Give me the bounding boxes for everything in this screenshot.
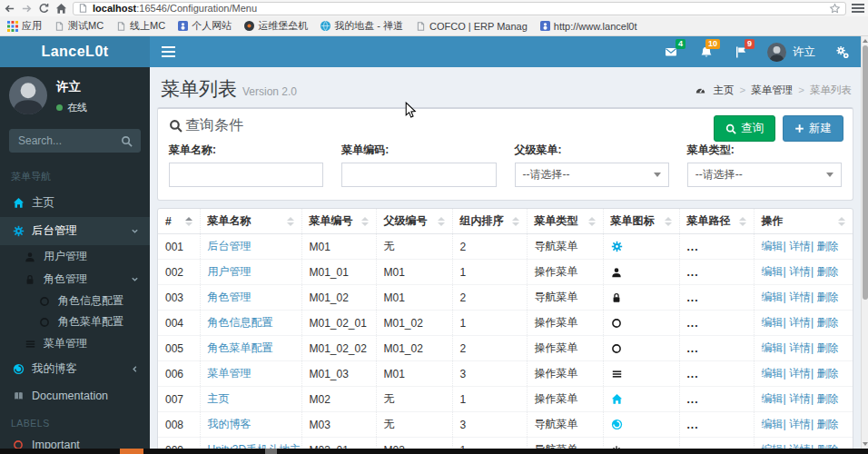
sidebar-item-my-blog[interactable]: 我的博客 bbox=[0, 355, 150, 383]
cell-menu-name: 菜单管理 bbox=[200, 361, 301, 387]
column-header[interactable]: 菜单编号 bbox=[301, 209, 376, 234]
sidebar-item-home[interactable]: 主页 bbox=[0, 189, 150, 217]
page-scrollbar[interactable] bbox=[861, 36, 868, 449]
detail-link[interactable]: 详情 bbox=[789, 367, 811, 380]
breadcrumb-home[interactable]: 主页 bbox=[714, 84, 735, 97]
menu-name-input[interactable] bbox=[169, 163, 323, 187]
messages-menu[interactable]: 4 bbox=[653, 36, 689, 67]
sort-icon[interactable] bbox=[838, 217, 845, 226]
menu-name-link[interactable]: 主页 bbox=[208, 392, 230, 405]
bookmark-zentao[interactable]: 我的地盘 - 禅道 bbox=[321, 19, 403, 33]
delete-link[interactable]: 删除 bbox=[816, 291, 838, 303]
menu-name-link[interactable]: 角色菜单配置 bbox=[208, 341, 273, 354]
edit-link[interactable]: 编辑 bbox=[762, 316, 784, 329]
menu-code-input[interactable] bbox=[341, 163, 496, 187]
sidebar-item-admin[interactable]: 后台管理 bbox=[0, 217, 150, 245]
bookmark-test-mc[interactable]: 测试MC bbox=[54, 19, 104, 33]
delete-link[interactable]: 删除 bbox=[816, 367, 838, 380]
menu-name-link[interactable]: 角色管理 bbox=[208, 291, 252, 303]
column-header[interactable]: 菜单类型 bbox=[527, 209, 603, 234]
detail-link[interactable]: 详情 bbox=[789, 392, 811, 405]
address-bar[interactable]: localhost:16546/Configuration/Menu bbox=[73, 2, 846, 15]
sidebar-item-documentation[interactable]: Documentation bbox=[0, 383, 150, 409]
detail-link[interactable]: 详情 bbox=[789, 316, 811, 329]
delete-link[interactable]: 删除 bbox=[816, 265, 838, 278]
delete-link[interactable]: 删除 bbox=[816, 341, 838, 354]
bookmark-cofco-erp[interactable]: COFCO | ERP Manag bbox=[416, 21, 528, 32]
column-header[interactable]: # bbox=[158, 209, 200, 234]
sort-icon[interactable] bbox=[287, 217, 294, 226]
detail-link[interactable]: 详情 bbox=[789, 291, 811, 303]
settings-menu[interactable] bbox=[824, 36, 861, 67]
forward-icon[interactable] bbox=[21, 3, 33, 15]
sidebar-toggle-icon[interactable] bbox=[150, 36, 186, 67]
chrome-menu-icon[interactable] bbox=[852, 3, 864, 14]
sidebar-item-label: 后台管理 bbox=[32, 223, 77, 239]
edit-link[interactable]: 编辑 bbox=[762, 341, 784, 354]
bookmark-personal-site[interactable]: 个人网站 bbox=[178, 19, 232, 33]
edit-link[interactable]: 编辑 bbox=[762, 240, 784, 252]
menu-type-select[interactable]: --请选择-- bbox=[687, 163, 842, 187]
detail-link[interactable]: 详情 bbox=[789, 265, 811, 278]
delete-link[interactable]: 删除 bbox=[816, 418, 838, 430]
edit-link[interactable]: 编辑 bbox=[762, 265, 784, 278]
create-button[interactable]: 新建 bbox=[783, 115, 843, 142]
edit-link[interactable]: 编辑 bbox=[762, 392, 784, 405]
search-button[interactable]: 查询 bbox=[714, 115, 775, 142]
notifications-menu[interactable]: 10 bbox=[689, 36, 724, 67]
sidebar-item-role-info-config[interactable]: 角色信息配置 bbox=[0, 291, 150, 311]
menu-name-link[interactable]: 用户管理 bbox=[208, 265, 252, 278]
edit-link[interactable]: 编辑 bbox=[762, 367, 784, 380]
breadcrumb-menu-mgmt[interactable]: 菜单管理 bbox=[751, 84, 793, 97]
bookmark-lancel0t[interactable]: http://www.lancel0t bbox=[540, 21, 637, 32]
sort-icon[interactable] bbox=[361, 217, 369, 226]
sort-icon[interactable] bbox=[588, 217, 596, 226]
scroll-thumb[interactable] bbox=[863, 45, 868, 300]
detail-link[interactable]: 详情 bbox=[789, 418, 811, 430]
sort-icon[interactable] bbox=[739, 217, 746, 226]
sidebar-item-role-mgmt[interactable]: 角色管理 bbox=[0, 268, 150, 291]
sort-icon[interactable] bbox=[438, 217, 445, 226]
bookmark-bastion[interactable]: 运维堡垒机 bbox=[244, 19, 308, 33]
sidebar-item-user-mgmt[interactable]: 用户管理 bbox=[0, 245, 150, 268]
column-header[interactable]: 父级编号 bbox=[376, 209, 452, 234]
menu-name-link[interactable]: 后台管理 bbox=[208, 240, 252, 252]
delete-link[interactable]: 删除 bbox=[816, 240, 838, 252]
circle-o-icon bbox=[611, 343, 622, 354]
delete-link[interactable]: 删除 bbox=[816, 316, 838, 329]
search-input[interactable] bbox=[10, 134, 121, 147]
column-header[interactable]: 菜单图标 bbox=[603, 209, 679, 234]
cell-menu-icon bbox=[603, 311, 679, 336]
search-icon[interactable] bbox=[121, 135, 140, 147]
user-icon bbox=[611, 267, 622, 278]
bookmark-star-icon[interactable] bbox=[829, 3, 841, 15]
column-header[interactable]: 菜单名称 bbox=[200, 209, 301, 234]
detail-link[interactable]: 详情 bbox=[789, 341, 811, 354]
delete-link[interactable]: 删除 bbox=[816, 392, 838, 405]
column-header[interactable]: 操作 bbox=[754, 209, 853, 234]
column-header[interactable]: 菜单路径 bbox=[679, 209, 754, 234]
sort-icon[interactable] bbox=[665, 217, 672, 226]
sidebar-item-role-menu-config[interactable]: 角色菜单配置 bbox=[0, 311, 150, 332]
refresh-icon[interactable] bbox=[38, 3, 50, 15]
edit-link[interactable]: 编辑 bbox=[762, 291, 784, 303]
menu-name-link[interactable]: 角色信息配置 bbox=[208, 316, 273, 329]
home-toolbar-icon[interactable] bbox=[55, 3, 67, 15]
bookmark-apps[interactable]: 应用 bbox=[7, 19, 42, 33]
edit-link[interactable]: 编辑 bbox=[762, 418, 784, 430]
menu-name-link[interactable]: 菜单管理 bbox=[208, 367, 252, 380]
back-icon[interactable] bbox=[4, 3, 15, 15]
sort-icon[interactable] bbox=[512, 217, 519, 226]
detail-link[interactable]: 详情 bbox=[789, 240, 811, 252]
sort-icon[interactable] bbox=[185, 217, 192, 226]
bookmark-online-mc[interactable]: 线上MC bbox=[116, 19, 165, 33]
parent-menu-select[interactable]: --请选择-- bbox=[515, 163, 669, 187]
column-header[interactable]: 组内排序 bbox=[452, 209, 527, 234]
user-menu[interactable]: 许立 bbox=[758, 36, 824, 67]
brand-logo[interactable]: LanceL0t bbox=[0, 36, 150, 67]
scroll-down-icon[interactable] bbox=[863, 442, 868, 446]
tasks-menu[interactable]: 9 bbox=[724, 36, 758, 67]
sidebar-item-menu-mgmt[interactable]: 菜单管理 bbox=[0, 332, 150, 355]
scroll-up-icon[interactable] bbox=[863, 39, 868, 43]
menu-name-link[interactable]: 我的博客 bbox=[208, 418, 252, 430]
